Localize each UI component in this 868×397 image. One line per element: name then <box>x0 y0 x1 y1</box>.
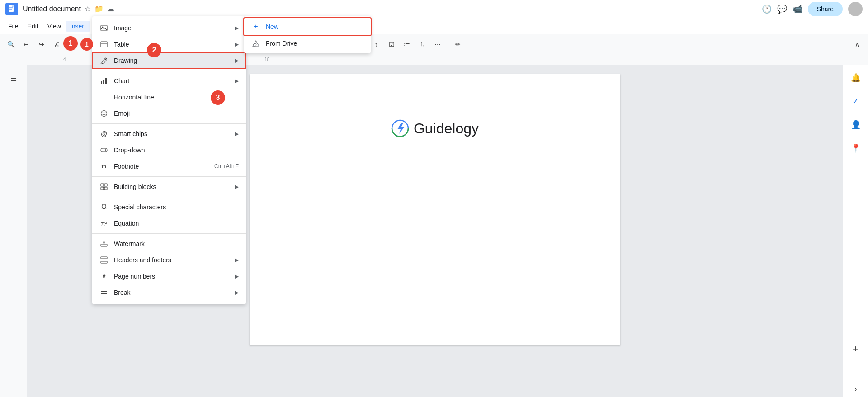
collapse-toolbar-button[interactable]: ∧ <box>850 37 864 52</box>
menu-edit[interactable]: Edit <box>23 21 43 32</box>
menu-section-6: Watermark Headers and footers ▶ # Page n… <box>92 234 246 302</box>
history-icon[interactable]: 🕐 <box>762 4 772 14</box>
svg-rect-6 <box>101 25 107 31</box>
menu-section-5: Ω Special characters π² Equation <box>92 197 246 234</box>
annotation-1: 1 <box>80 38 93 51</box>
annotation-badge-2: 2 <box>147 43 161 57</box>
footnote-label: Footnote <box>114 163 214 170</box>
watermark-icon <box>99 239 108 248</box>
svg-rect-27 <box>101 293 107 294</box>
app-icon <box>5 3 18 15</box>
svg-rect-13 <box>103 80 104 84</box>
table-menu-icon <box>99 40 108 49</box>
dropdown-menu-icon <box>99 146 108 155</box>
ruler-mark: 18 <box>264 57 269 62</box>
table-arrow: ▶ <box>235 41 239 47</box>
svg-rect-20 <box>104 184 107 186</box>
document-content: Guidelogy <box>277 101 593 137</box>
svg-rect-26 <box>101 291 107 292</box>
checklist-button[interactable]: ☑ <box>384 37 399 52</box>
ordered-list-button[interactable]: ⒈ <box>415 37 429 52</box>
headers-footers-icon <box>99 255 108 265</box>
dropdown-label: Drop-down <box>114 147 239 154</box>
title-icons: ☆ 📁 ☁ <box>85 5 114 13</box>
menu-item-smart-chips[interactable]: @ Smart chips ▶ <box>92 126 246 142</box>
svg-rect-12 <box>101 81 102 84</box>
print-button[interactable]: 🖨 <box>50 37 64 52</box>
document-title[interactable]: Untitled document <box>23 5 81 13</box>
equation-icon: π² <box>99 219 108 228</box>
svg-point-15 <box>101 111 107 117</box>
menu-section-4: Building blocks ▶ <box>92 177 246 197</box>
logo-area: Guidelogy <box>391 119 479 137</box>
logo-text: Guidelogy <box>414 120 479 137</box>
cloud-icon[interactable]: ☁ <box>107 5 114 13</box>
sidebar-notifications-icon[interactable]: 🔔 <box>848 70 864 86</box>
break-label: Break <box>114 289 235 296</box>
folder-icon[interactable]: 📁 <box>94 5 104 13</box>
watermark-label: Watermark <box>114 240 239 247</box>
headers-footers-label: Headers and footers <box>114 256 235 264</box>
svg-rect-25 <box>101 261 107 263</box>
drawing-submenu: + New From Drive <box>244 16 371 53</box>
menu-item-dropdown[interactable]: Drop-down <box>92 142 246 158</box>
sidebar-check-icon[interactable]: ✓ <box>848 93 864 109</box>
list-icon[interactable]: ☰ <box>10 74 17 83</box>
search-button[interactable]: 🔍 <box>4 37 18 52</box>
menu-item-equation[interactable]: π² Equation <box>92 215 246 232</box>
svg-rect-22 <box>104 187 107 190</box>
image-menu-icon <box>99 24 108 33</box>
menu-item-break[interactable]: Break ▶ <box>92 284 246 301</box>
ruler-mark: 4 <box>63 57 66 62</box>
svg-rect-23 <box>101 244 107 246</box>
from-drive-icon <box>251 40 260 47</box>
chart-menu-icon <box>99 76 108 85</box>
menu-insert[interactable]: Insert <box>66 21 90 32</box>
from-drive-label: From Drive <box>266 40 297 47</box>
menu-item-building-blocks[interactable]: Building blocks ▶ <box>92 179 246 195</box>
break-icon <box>99 288 108 297</box>
menu-item-headers-footers[interactable]: Headers and footers ▶ <box>92 252 246 268</box>
menu-item-special-characters[interactable]: Ω Special characters <box>92 199 246 215</box>
menu-item-drawing[interactable]: Drawing ▶ <box>92 52 246 69</box>
menu-section-3: @ Smart chips ▶ Drop-down fn Footnote Ct… <box>92 124 246 177</box>
draw-mode-button[interactable]: ✏ <box>451 37 465 52</box>
drawing-arrow: ▶ <box>235 57 239 64</box>
submenu-item-from-drive[interactable]: From Drive <box>244 35 371 52</box>
menu-item-chart[interactable]: Chart ▶ <box>92 73 246 89</box>
redo-button[interactable]: ↪ <box>34 37 49 52</box>
more-button[interactable]: ⋯ <box>430 37 445 52</box>
menu-view[interactable]: View <box>43 21 66 32</box>
annotation-badge-1: 1 <box>63 36 78 51</box>
star-icon[interactable]: ☆ <box>85 5 91 13</box>
image-arrow: ▶ <box>235 25 239 31</box>
submenu-item-new[interactable]: + New <box>244 18 371 35</box>
logo-icon <box>391 119 409 137</box>
line-spacing-button[interactable]: ↕ <box>369 37 383 52</box>
svg-rect-14 <box>105 78 107 84</box>
menu-file[interactable]: File <box>4 21 23 32</box>
menu-item-image[interactable]: Image ▶ <box>92 20 246 36</box>
right-sidebar: 🔔 ✓ 👤 📍 + › <box>843 65 868 397</box>
chart-label: Chart <box>114 77 235 85</box>
sidebar-collapse-icon[interactable]: › <box>848 381 864 397</box>
menu-item-watermark[interactable]: Watermark <box>92 236 246 252</box>
sidebar-map-icon[interactable]: 📍 <box>848 140 864 156</box>
smart-chips-icon: @ <box>99 129 108 138</box>
list-button[interactable]: ≔ <box>400 37 414 52</box>
comment-icon[interactable]: 💬 <box>777 4 787 14</box>
sidebar-user-icon[interactable]: 👤 <box>848 117 864 133</box>
menu-item-footnote[interactable]: fn Footnote Ctrl+Alt+F <box>92 158 246 175</box>
menu-item-emoji[interactable]: Emoji <box>92 105 246 122</box>
share-button[interactable]: Share <box>808 2 843 16</box>
new-drawing-label: New <box>266 23 278 30</box>
avatar[interactable] <box>848 2 863 16</box>
menu-item-page-numbers[interactable]: # Page numbers ▶ <box>92 268 246 284</box>
emoji-label: Emoji <box>114 110 239 117</box>
meet-icon[interactable]: 📹 <box>793 4 802 14</box>
table-label: Table <box>114 41 235 48</box>
sidebar-add-icon[interactable]: + <box>848 341 864 357</box>
menu-item-table[interactable]: Table ▶ <box>92 36 246 52</box>
insert-dropdown-menu: Image ▶ Table ▶ Drawing ▶ Chart ▶ <box>92 16 246 304</box>
undo-button[interactable]: ↩ <box>19 37 33 52</box>
